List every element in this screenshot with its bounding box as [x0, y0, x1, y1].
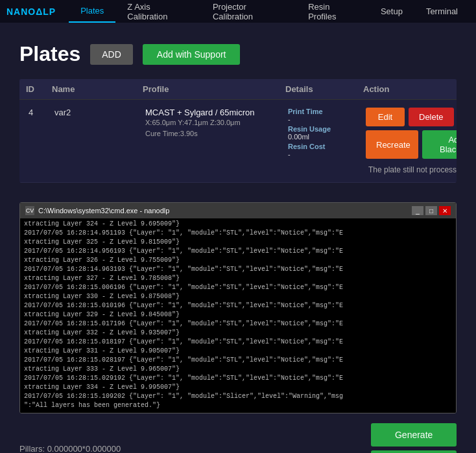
col-action: Action [363, 84, 450, 94]
nav-links: Plates Z Axis Calibration Projector Cali… [69, 0, 470, 23]
print-time-label: Print Time [288, 108, 361, 115]
cmd-line: xtracting Layer 327 - Z Level 9.785008"} [24, 274, 452, 283]
bottom-right-buttons: Generate Preview Layers [371, 423, 457, 453]
cmd-close-button[interactable]: ✕ [439, 206, 451, 215]
resin-usage-block: Resin Usage 0.00ml [288, 125, 361, 141]
pillars-info: Pillars: 0.000000*0.000000 [19, 444, 121, 454]
action-row-1: Edit Delete 3D [366, 108, 457, 126]
cmd-line: xtracting Layer 334 - Z Level 9.995007"} [24, 383, 452, 392]
profile-name: MCAST + Sylgard / 65micron [145, 108, 283, 117]
cmd-line: 2017/07/05 16:28:15.006196 {"Layer": "1"… [24, 283, 452, 292]
table-header: ID Name Profile Details Action [19, 79, 457, 100]
cmd-line: ":"All layers has been generated."} [24, 401, 452, 410]
cmd-line: xtracting Layer 326 - Z Level 9.755009"} [24, 256, 452, 265]
nav-projector[interactable]: Projector Calibration [201, 0, 296, 23]
nav-plates[interactable]: Plates [69, 0, 115, 23]
cmd-line: xtracting Layer 333 - Z Level 9.965007"} [24, 365, 452, 374]
add-support-button[interactable]: Add with Support [143, 44, 241, 65]
pillars-value: 0.000000*0.000000 [47, 444, 121, 454]
status-text: The plate still not processed. [366, 165, 457, 174]
cmd-titlebar: CV C:\Windows\system32\cmd.exe - nanodlp… [20, 203, 456, 218]
resin-cost-value: - [288, 150, 361, 158]
cmd-title-left: CV C:\Windows\system32\cmd.exe - nanodlp [25, 206, 169, 215]
cmd-maximize-button[interactable]: □ [425, 206, 437, 215]
col-details: Details [285, 84, 363, 94]
delete-button[interactable]: Delete [409, 108, 454, 126]
print-time-value: - [288, 115, 361, 123]
page-title: Plates [19, 42, 80, 66]
cell-name: var2 [52, 106, 143, 119]
cmd-line: 2017/07/05 16:28:15.109202 {"Layer": "1"… [24, 392, 452, 401]
cmd-body[interactable]: 2017/07/05 16:28:14.920191 {"Layer": "1"… [20, 218, 456, 413]
cmd-line: xtracting Layer 332 - Z Level 9.935007"} [24, 329, 452, 338]
nav-z-axis[interactable]: Z Axis Calibration [115, 0, 201, 23]
bottom-section: Pillars: 0.000000*0.000000 Generate Prev… [0, 420, 476, 453]
edit-button[interactable]: Edit [366, 108, 405, 126]
cmd-icon: CV [25, 206, 34, 215]
cmd-line: 2017/07/05 16:28:14.956193 {"Layer": "1"… [24, 247, 452, 256]
plates-table: ID Name Profile Details Action 4 var2 MC… [19, 79, 457, 183]
cmd-minimize-button[interactable]: _ [412, 206, 423, 215]
cmd-title-text: C:\Windows\system32\cmd.exe - nanodlp [38, 207, 169, 215]
table-row: 4 var2 MCAST + Sylgard / 65micron X:65.0… [19, 100, 457, 183]
cmd-line: xtracting Layer 324 - Z Level 9.695009"} [24, 220, 452, 229]
col-name: Name [52, 84, 143, 94]
cmd-line: 2017/07/05 16:28:15.018197 {"Layer": "1"… [24, 338, 452, 347]
col-id: ID [26, 84, 52, 94]
cmd-line: 2017/07/05 16:28:15.010196 {"Layer": "1"… [24, 301, 452, 310]
cmd-line: 2017/07/05 16:28:15.028197 {"Layer": "1"… [24, 356, 452, 365]
cmd-line: 2017/07/05 16:28:15.017196 {"Layer": "1"… [24, 319, 452, 329]
cmd-line: xtracting Layer 325 - Z Level 9.815009"} [24, 238, 452, 247]
cell-action: Edit Delete 3D Recreate Add Blackout The… [363, 106, 457, 176]
nav-setup[interactable]: Setup [369, 0, 414, 23]
cmd-line: xtracting Layer 329 - Z Level 9.845008"} [24, 310, 452, 319]
brand-logo: nanoδlp [6, 6, 56, 17]
nav-terminal[interactable]: Terminal [414, 0, 470, 23]
blackout-button[interactable]: Add Blackout [422, 130, 457, 159]
resin-cost-label: Resin Cost [288, 143, 361, 150]
cell-profile: MCAST + Sylgard / 65micron X:65.0μm Y:47… [143, 106, 285, 140]
page-header: Plates ADD Add with Support [19, 42, 457, 66]
recreate-button[interactable]: Recreate [366, 130, 418, 159]
cmd-line: 2017/07/05 16:28:14.963193 {"Layer": "1"… [24, 265, 452, 274]
print-time-block: Print Time - [288, 108, 361, 123]
page-content: Plates ADD Add with Support ID Name Prof… [0, 23, 476, 202]
navbar: nanoδlp Plates Z Axis Calibration Projec… [0, 0, 476, 23]
action-row-2: Recreate Add Blackout [366, 130, 457, 159]
preview-button[interactable]: Preview Layers [371, 450, 457, 453]
resin-usage-value: 0.00ml [288, 133, 361, 141]
profile-dimensions: X:65.0μm Y:47.1μm Z:30.0μm [145, 117, 283, 128]
action-buttons: Edit Delete 3D Recreate Add Blackout The… [366, 108, 457, 174]
cell-details: Print Time - Resin Usage 0.00ml Resin Co… [285, 106, 363, 161]
resin-usage-label: Resin Usage [288, 125, 361, 133]
cmd-line: xtracting Layer 331 - Z Level 9.905007"} [24, 347, 452, 356]
generate-button[interactable]: Generate [371, 423, 457, 447]
profile-cure: Cure Time:3.90s [145, 128, 283, 139]
cmd-window: CV C:\Windows\system32\cmd.exe - nanodlp… [19, 202, 457, 413]
resin-cost-block: Resin Cost - [288, 143, 361, 158]
cmd-line: xtracting Layer 330 - Z Level 9.875008"} [24, 292, 452, 301]
pillars-label: Pillars: [19, 444, 47, 454]
cmd-controls: _ □ ✕ [412, 206, 451, 215]
cell-id: 4 [26, 106, 52, 119]
col-profile: Profile [143, 84, 285, 94]
cmd-line: 2017/07/05 16:28:15.029192 {"Layer": "1"… [24, 374, 452, 383]
cmd-line: 2017/07/05 16:28:14.951193 {"Layer": "1"… [24, 229, 452, 238]
nav-resin[interactable]: Resin Profiles [296, 0, 369, 23]
add-button[interactable]: ADD [90, 44, 133, 65]
